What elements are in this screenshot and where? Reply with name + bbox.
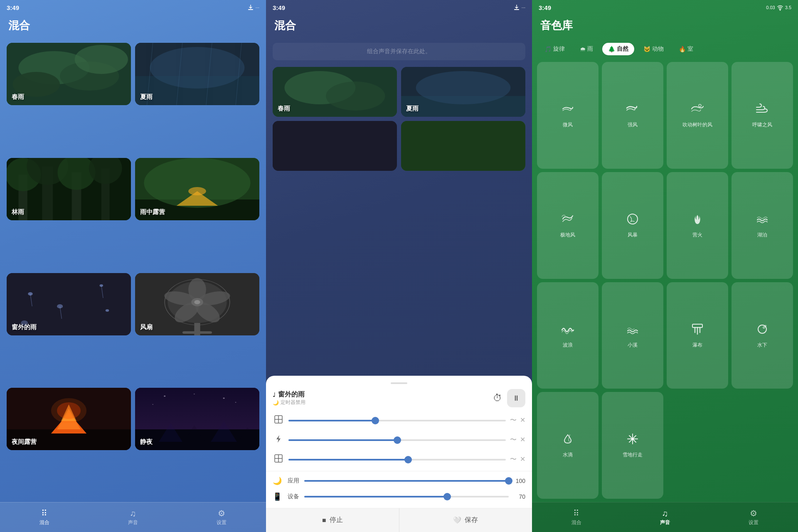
svg-point-93 xyxy=(765,325,766,326)
window-icon-2 xyxy=(273,454,284,465)
wave-icon-1[interactable]: 〜 xyxy=(510,416,517,425)
sound-item-underwater[interactable]: 水下 xyxy=(732,282,793,389)
stop-label: 停止 xyxy=(330,516,343,525)
svg-point-84 xyxy=(779,10,781,11)
panel-1-mix: 3:49 ··· 混合 春雨 xyxy=(0,0,266,532)
pause-button[interactable]: ⏸ xyxy=(507,389,525,407)
leaf-wind-icon xyxy=(691,102,704,118)
grid-item-window-rain[interactable]: 窗外的雨 xyxy=(7,273,131,335)
cat-icon: 🐱 xyxy=(643,46,650,52)
svg-point-71 xyxy=(326,81,385,111)
grid-item-camp-rain[interactable]: 雨中露营 xyxy=(135,158,259,220)
sound-item-leaf-wind[interactable]: 吹动树叶的风 xyxy=(667,62,728,169)
mini-spring-rain-bg xyxy=(273,67,397,117)
app-volume-thumb[interactable] xyxy=(505,477,512,485)
mini-summer-rain[interactable]: 夏雨 xyxy=(401,67,525,117)
remove-btn-1[interactable]: ✕ xyxy=(520,416,525,425)
remove-btn-2[interactable]: ✕ xyxy=(520,436,525,444)
sound-item-howling-wind[interactable]: 呼啸之风 xyxy=(732,62,793,169)
stream-label: 小溪 xyxy=(628,342,638,349)
status-time-1: 3:49 xyxy=(7,4,19,11)
slider-track-2[interactable] xyxy=(288,439,506,441)
nav-mix-3[interactable]: ⠿ 混合 xyxy=(565,505,588,530)
wifi-icon-3 xyxy=(777,4,783,11)
slider-actions-1: 〜 ✕ xyxy=(510,416,525,425)
grid-item-silent-night[interactable]: 静夜 xyxy=(135,388,259,450)
mini-summer-rain-label: 夏雨 xyxy=(406,105,419,113)
slider-actions-2: 〜 ✕ xyxy=(510,436,525,444)
nav-sound-3[interactable]: ♫ 声音 xyxy=(653,505,677,530)
mini-summer-rain-bg xyxy=(401,67,525,117)
modal: ♩ 窗外的雨 🌙 定时器禁用 ⏱ ⏸ xyxy=(266,376,532,532)
slider-thumb-3[interactable] xyxy=(404,456,412,463)
stop-button[interactable]: ■ 停止 xyxy=(266,508,399,532)
sound-item-snow-walk[interactable]: 雪地行走 xyxy=(602,392,663,499)
tab-animal[interactable]: 🐱 动物 xyxy=(638,43,670,55)
app-volume-track[interactable] xyxy=(304,480,509,482)
status-bar-3: 3:49 0.03 3.5 xyxy=(532,0,798,15)
download-icon xyxy=(247,4,254,11)
svg-point-31 xyxy=(106,309,109,312)
device-volume-value: 70 xyxy=(513,493,525,500)
svg-point-98 xyxy=(631,438,634,440)
sound-item-breeze[interactable]: 微风 xyxy=(537,62,598,169)
tab-melody[interactable]: 🎵 旋律 xyxy=(539,43,571,55)
slider-fill-3 xyxy=(288,459,408,461)
sound-item-raindrop[interactable]: 水滴 xyxy=(537,392,598,499)
device-volume-thumb[interactable] xyxy=(443,493,451,500)
underwater-icon xyxy=(756,323,769,339)
nav-settings-label-3: 设置 xyxy=(749,519,759,526)
grid-icon-1: ⠿ xyxy=(41,508,47,518)
snow-walk-label: 雪地行走 xyxy=(623,452,643,458)
nav-sound-1[interactable]: ♫ 声音 xyxy=(121,505,145,530)
slider-track-3[interactable] xyxy=(288,459,506,461)
sound-item-polar-wind[interactable]: 极地风 xyxy=(537,172,598,279)
modal-subtitle: 🌙 定时器禁用 xyxy=(273,399,305,406)
nav-settings-3[interactable]: ⚙ 设置 xyxy=(742,505,765,530)
nav-bar-1: ⠿ 混合 ♫ 声音 ⚙ 设置 xyxy=(0,502,266,532)
breeze-label: 微风 xyxy=(563,122,573,128)
gear-icon-1: ⚙ xyxy=(218,508,225,518)
grid-item-summer-rain[interactable]: 夏雨 xyxy=(135,43,259,105)
polar-wind-label: 极地风 xyxy=(560,232,575,239)
sound-item-strong-wind[interactable]: 强风 xyxy=(602,62,663,169)
mini-spring-rain[interactable]: 春雨 xyxy=(273,67,397,117)
status-icons-2: ··· xyxy=(513,4,525,11)
tab-rain[interactable]: 🌧 雨 xyxy=(574,43,599,55)
grid-item-forest-rain[interactable]: 林雨 xyxy=(7,158,131,220)
tab-nature[interactable]: 🌲 自然 xyxy=(602,43,634,55)
sound-item-wave[interactable]: 波浪 xyxy=(537,282,598,389)
slider-thumb-2[interactable] xyxy=(394,436,401,444)
svg-marker-80 xyxy=(276,435,281,443)
campfire-icon xyxy=(691,212,704,229)
grid-item-spring-rain[interactable]: 春雨 xyxy=(7,43,131,105)
pause-icon: ⏸ xyxy=(512,394,520,403)
save-button[interactable]: 🤍 保存 xyxy=(399,508,532,532)
raindrop-icon xyxy=(561,432,574,448)
slider-track-1[interactable] xyxy=(288,420,506,421)
grid-item-night-camp[interactable]: 夜间露营 xyxy=(7,388,131,450)
grid-item-fan[interactable]: 风扇 xyxy=(135,273,259,335)
wave-icon-3[interactable]: 〜 xyxy=(510,455,517,464)
spring-rain-label: 春雨 xyxy=(12,93,24,101)
sound-item-lake[interactable]: 湖泊 xyxy=(732,172,793,279)
nav-settings-1[interactable]: ⚙ 设置 xyxy=(210,505,233,530)
sound-item-storm[interactable]: 风暴 xyxy=(602,172,663,279)
panel-2-mix: 3:49 ··· 混合 组合声音并保存在此处。 xyxy=(266,0,532,532)
wave-icon-2[interactable]: 〜 xyxy=(510,436,517,444)
summer-rain-bg xyxy=(135,43,259,105)
save-label: 保存 xyxy=(465,516,478,525)
timer-btn[interactable]: ⏱ xyxy=(493,393,502,404)
sound-item-stream[interactable]: 小溪 xyxy=(602,282,663,389)
nav-mix-1[interactable]: ⠿ 混合 xyxy=(33,505,56,530)
sound-item-campfire[interactable]: 营火 xyxy=(667,172,728,279)
underwater-label: 水下 xyxy=(757,342,767,349)
device-volume-track[interactable] xyxy=(304,496,509,498)
sound-item-waterfall[interactable]: 瀑布 xyxy=(667,282,728,389)
app-volume-row: 🌙 应用 100 xyxy=(266,473,532,489)
remove-btn-3[interactable]: ✕ xyxy=(520,455,525,464)
tab-room[interactable]: 🔥 室 xyxy=(673,43,699,55)
status-bar-1: 3:49 ··· xyxy=(0,0,266,15)
camp-rain-label: 雨中露营 xyxy=(140,208,165,216)
slider-thumb-1[interactable] xyxy=(372,417,379,424)
